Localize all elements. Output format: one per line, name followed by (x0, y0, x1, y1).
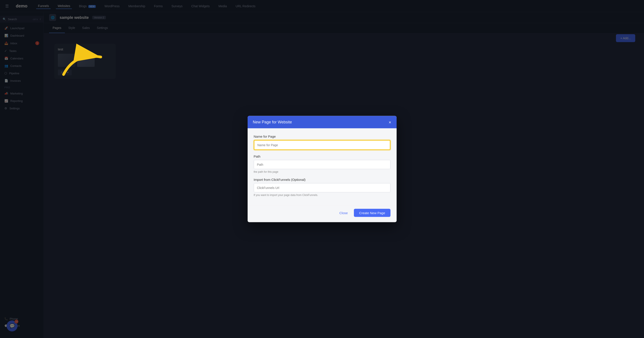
import-hint: If you want to import your page data fro… (254, 194, 390, 196)
modal-close-button[interactable]: × (389, 120, 391, 124)
import-input[interactable] (254, 183, 390, 192)
close-button[interactable]: Close (336, 209, 351, 217)
path-hint: the path for this page (254, 170, 390, 174)
modal-footer: Close Create New Page (248, 206, 396, 222)
name-form-group: Name for Page (254, 134, 390, 150)
create-new-page-button[interactable]: Create New Page (354, 209, 390, 217)
modal-body: Name for Page Path the path for this pag… (248, 128, 396, 206)
path-input[interactable] (254, 160, 390, 169)
modal-header: New Page for Website × (248, 116, 396, 128)
path-label: Path (254, 154, 390, 158)
path-form-group: Path the path for this page (254, 154, 390, 174)
import-label: Import from ClickFunnels (Optional) (254, 178, 390, 182)
modal-title: New Page for Website (253, 120, 292, 124)
import-form-group: Import from ClickFunnels (Optional) If y… (254, 178, 390, 196)
name-label: Name for Page (254, 134, 390, 138)
new-page-modal: New Page for Website × Name for Page Pat… (248, 116, 396, 222)
name-input[interactable] (254, 140, 390, 150)
